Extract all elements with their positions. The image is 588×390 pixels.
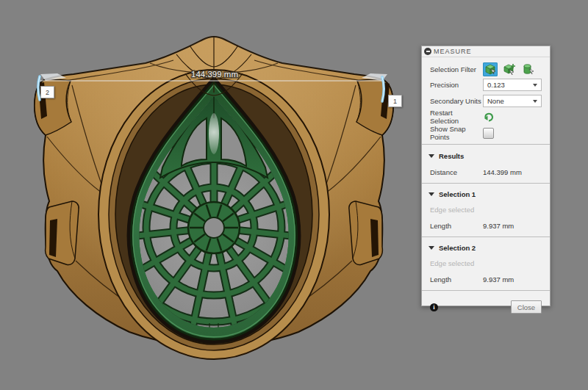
selection-tag-1: 1: [388, 95, 402, 107]
selection2-status: Edge selected: [422, 255, 550, 271]
collapse-triangle-icon: [429, 154, 434, 158]
dialog-grip-icon[interactable]: [424, 48, 431, 55]
measure-dialog: MEASURE Selection Filter: [421, 46, 551, 306]
selection1-length-value: 9.937 mm: [483, 222, 514, 230]
divider: [422, 144, 550, 145]
divider: [422, 236, 550, 237]
app-window: { "viewport": { "dimension_label": "144.…: [0, 0, 588, 390]
measure-dialog-header[interactable]: MEASURE: [422, 46, 550, 57]
selection-filter-label: Selection Filter: [430, 65, 483, 73]
selection-tag-1-label: 1: [393, 98, 397, 105]
selection1-header-label: Selection 1: [439, 190, 476, 198]
chevron-down-icon: [533, 100, 537, 103]
collapse-triangle-icon: [429, 246, 434, 250]
divider: [422, 290, 550, 291]
lower-left-strap: [46, 201, 79, 265]
dialog-title: MEASURE: [434, 48, 472, 55]
divider: [422, 183, 550, 184]
show-snap-points-checkbox[interactable]: [483, 128, 494, 139]
selection1-length-label: Length: [430, 222, 483, 230]
precision-value: 0.123: [487, 81, 505, 89]
lower-right-strap: [349, 201, 383, 265]
restart-selection-label: Restart Selection: [430, 109, 483, 125]
selection1-section-header[interactable]: Selection 1: [422, 187, 550, 201]
show-snap-points-label: Show Snap Points: [430, 125, 483, 141]
selection-tag-2: 2: [40, 86, 54, 98]
select-face-icon: [503, 62, 516, 76]
dimension-label: 144.399 mm: [191, 70, 238, 79]
precision-select[interactable]: 0.123: [483, 79, 542, 91]
close-button[interactable]: Close: [511, 300, 542, 314]
selection2-length-value: 9.937 mm: [483, 275, 514, 284]
distance-value: 144.399 mm: [483, 168, 522, 176]
secondary-units-label: Secondary Units: [430, 97, 483, 105]
select-component-icon: [522, 62, 535, 76]
selection2-length-label: Length: [430, 275, 483, 284]
secondary-units-select[interactable]: None: [483, 95, 542, 107]
select-body-icon: [484, 62, 497, 76]
selection-filter-body-button[interactable]: [483, 62, 498, 76]
selection-filter-component-button[interactable]: [521, 62, 536, 76]
undo-arrow-icon: [483, 111, 495, 123]
precision-label: Precision: [430, 81, 483, 89]
secondary-units-value: None: [487, 97, 504, 105]
distance-label: Distance: [430, 168, 483, 176]
selection-tag-2-label: 2: [46, 89, 49, 96]
selection2-section-header[interactable]: Selection 2: [422, 240, 550, 255]
specular-highlight: [209, 113, 219, 154]
selection1-status: Edge selected: [422, 201, 550, 217]
selection2-header-label: Selection 2: [439, 244, 476, 252]
chevron-down-icon: [533, 84, 537, 87]
results-section-header[interactable]: Results: [422, 148, 550, 164]
info-icon[interactable]: i: [430, 303, 438, 311]
results-header-label: Results: [439, 152, 464, 160]
collapse-triangle-icon: [429, 192, 434, 196]
restart-selection-button[interactable]: [483, 111, 495, 123]
selection-filter-face-button[interactable]: [502, 62, 517, 76]
